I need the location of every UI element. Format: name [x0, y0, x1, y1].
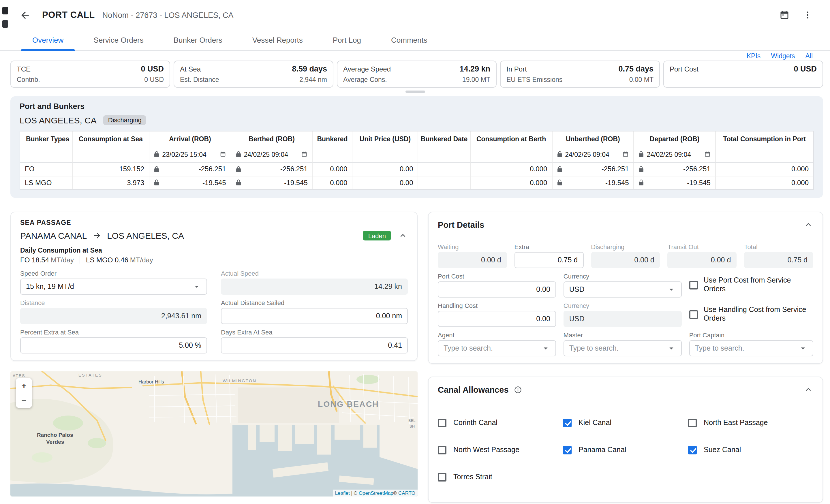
checkbox-icon[interactable] — [438, 473, 446, 481]
checkbox-icon[interactable] — [438, 446, 446, 455]
port-cost-currency-select[interactable]: USD — [564, 281, 682, 298]
tab-bar: Overview Service Orders Bunker Orders Ve… — [0, 30, 830, 51]
handling-cost-field: Handling Cost 0.00 — [438, 302, 556, 327]
chevron-down-icon — [667, 344, 676, 353]
distance-input: 2,943.61 nm — [20, 308, 207, 324]
kpi-card-average-speed: Average Speed14.29 kn Average Cons.19.00… — [337, 61, 497, 88]
checkbox-icon[interactable] — [438, 419, 446, 427]
col-bunkered: Bunkered — [313, 132, 353, 147]
map-label-harbor-hills: Harbor Hills — [138, 379, 164, 384]
edge-icon-1[interactable] — [2, 7, 8, 14]
map-label-wilmington: WILMINGTON — [223, 378, 256, 383]
col-unit-price: Unit Price (USD) — [352, 132, 418, 147]
kpi-panel-resize-handle[interactable] — [405, 91, 425, 93]
tab-port-log[interactable]: Port Log — [318, 30, 376, 50]
lock-icon — [639, 166, 644, 172]
port-call-app: PORT CALL NoNom - 27673 - LOS ANGELES, C… — [0, 0, 830, 504]
extra-input[interactable]: 0.75 d — [514, 252, 584, 268]
speed-order-field: Speed Order 15 kn, 19 MT/d — [20, 270, 207, 295]
col-unberthed-rob: Unberthed (ROB) — [552, 132, 634, 147]
more-menu-icon[interactable] — [800, 7, 815, 23]
checkbox-icon[interactable] — [688, 446, 697, 455]
checkbox-corinth-canal[interactable]: Corinth Canal — [438, 419, 563, 427]
osm-link[interactable]: OpenStreetMap — [359, 490, 393, 496]
port-and-bunkers-panel: Port and Bunkers LOS ANGELES, CA Dischar… — [10, 96, 823, 198]
tab-bunker-orders[interactable]: Bunker Orders — [159, 30, 237, 50]
lock-icon — [639, 152, 644, 158]
map-zoom-control: + − — [16, 378, 32, 408]
bunker-row-fo-type: FO — [20, 163, 73, 176]
lock-icon — [154, 152, 159, 158]
checkbox-north-west-passage[interactable]: North West Passage — [438, 446, 563, 455]
bunkers-table: Bunker Types Consumption at Sea Arrival … — [20, 131, 814, 190]
lock-icon — [236, 180, 241, 186]
map-label-bel: BEL — [408, 418, 416, 423]
map-canvas[interactable]: ATES ESTATES Harbor Hills WILMINGTON LON… — [10, 371, 418, 497]
agent-select[interactable]: Type to search. — [438, 340, 556, 357]
total-input: 0.75 d — [744, 252, 813, 268]
checkbox-icon[interactable] — [563, 419, 572, 427]
arrival-datetime-field[interactable]: 23/02/25 15:04 — [149, 147, 231, 163]
actual-distance-sailed-input[interactable]: 0.00 nm — [221, 308, 408, 324]
collapse-chevron-icon[interactable] — [398, 231, 408, 241]
percent-extra-at-sea-field: Percent Extra at Sea 5.00 % — [20, 329, 207, 354]
map-label-sh: SH — [410, 424, 415, 429]
checkbox-suez-canal[interactable]: Suez Canal — [688, 446, 813, 455]
info-icon[interactable] — [514, 386, 522, 394]
master-select[interactable]: Type to search. — [564, 340, 682, 357]
lock-icon — [557, 180, 562, 186]
use-handling-cost-checkbox[interactable] — [689, 310, 698, 319]
link-widgets[interactable]: Widgets — [771, 53, 795, 59]
tab-service-orders[interactable]: Service Orders — [78, 30, 158, 50]
port-captain-select[interactable]: Type to search. — [689, 340, 813, 357]
tab-vessel-reports[interactable]: Vessel Reports — [237, 30, 318, 50]
actual-distance-sailed-field: Actual Distance Sailed 0.00 nm — [221, 299, 408, 324]
route-arrow-icon — [93, 232, 101, 240]
chevron-down-icon — [667, 285, 676, 294]
port-cost-input[interactable]: 0.00 — [438, 281, 556, 298]
carto-link[interactable]: CARTO — [398, 490, 415, 496]
link-all[interactable]: All — [805, 53, 813, 59]
use-port-cost-checkbox-row[interactable]: Use Port Cost from Service Orders — [689, 276, 813, 294]
checkbox-north-east-passage[interactable]: North East Passage — [688, 419, 813, 427]
edge-icon-2[interactable] — [2, 20, 8, 28]
discharging-badge: Discharging — [103, 115, 146, 125]
use-handling-cost-checkbox-row[interactable]: Use Handling Cost from Service Orders — [689, 306, 813, 324]
checkbox-icon[interactable] — [563, 446, 572, 455]
leaflet-link[interactable]: Leaflet — [335, 490, 350, 496]
days-extra-at-sea-field: Days Extra At Sea 0.41 — [221, 329, 408, 354]
link-kpis[interactable]: KPIs — [747, 53, 761, 59]
agent-field: Agent Type to search. — [438, 332, 556, 357]
zoom-out-button[interactable]: − — [16, 393, 32, 408]
tab-comments[interactable]: Comments — [376, 30, 442, 50]
departed-datetime-field[interactable]: 24/02/25 09:04 — [634, 147, 716, 163]
sea-passage-label: SEA PASSAGE — [20, 219, 408, 226]
kpi-card-in-port: In Port0.75 days EU ETS Emissions0.00 MT — [500, 61, 660, 88]
days-extra-at-sea-input[interactable]: 0.41 — [221, 337, 408, 354]
speed-order-select[interactable]: 15 kn, 19 MT/d — [20, 278, 207, 295]
map[interactable]: ATES ESTATES Harbor Hills WILMINGTON LON… — [10, 371, 418, 497]
checkbox-kiel-canal[interactable]: Kiel Canal — [563, 419, 688, 427]
chevron-down-icon — [541, 344, 550, 353]
calendar-icon[interactable] — [777, 7, 792, 23]
zoom-in-button[interactable]: + — [16, 378, 32, 393]
handling-cost-input[interactable]: 0.00 — [438, 311, 556, 327]
unberthed-datetime-field[interactable]: 24/02/25 09:04 — [552, 147, 634, 163]
collapse-chevron-icon[interactable] — [803, 220, 813, 230]
canal-checkbox-grid: Corinth Canal Kiel Canal North East Pass… — [438, 419, 813, 481]
master-field: Master Type to search. — [564, 332, 682, 357]
bunker-row-lsmgo-type: LS MGO — [20, 176, 73, 189]
berthed-datetime-field[interactable]: 24/02/25 09:04 — [231, 147, 313, 163]
back-button[interactable] — [17, 7, 33, 23]
checkbox-icon[interactable] — [688, 419, 697, 427]
checkbox-panama-canal[interactable]: Panama Canal — [563, 446, 688, 455]
collapse-chevron-icon[interactable] — [803, 385, 813, 395]
page-title: PORT CALL — [42, 10, 95, 20]
use-port-cost-checkbox[interactable] — [689, 281, 698, 290]
sea-passage-card: SEA PASSAGE PANAMA CANAL LOS ANGELES, CA… — [10, 212, 418, 361]
map-attribution: Leaflet | © OpenStreetMap© CARTO — [333, 490, 418, 497]
checkbox-torres-strait[interactable]: Torres Strait — [438, 473, 563, 481]
tab-overview[interactable]: Overview — [17, 30, 78, 50]
percent-extra-at-sea-input[interactable]: 5.00 % — [20, 337, 207, 354]
kpi-card-at-sea: At Sea8.59 days Est. Distance2,944 nm — [173, 61, 333, 88]
